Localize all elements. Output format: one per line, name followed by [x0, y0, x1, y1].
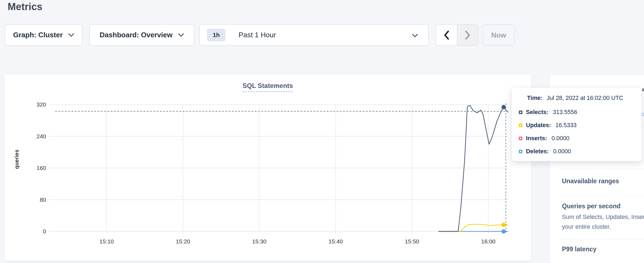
sidebar-item-title: P99 latency	[562, 246, 597, 253]
tooltip-series-value: 313.5556	[553, 109, 577, 116]
series-swatch-icon	[519, 150, 522, 153]
tooltip-series-value: 0.0000	[553, 148, 571, 155]
tooltip-time-value: Jul 28, 2022 at 16:02:00 UTC	[547, 95, 623, 102]
sidebar-item-title: Unavailable ranges	[562, 178, 619, 185]
tooltip-series-label: Inserts:	[526, 135, 547, 142]
series-line-selects	[439, 105, 508, 231]
time-step-buttons	[436, 25, 478, 46]
tooltip-series-row: Deletes:0.0000	[519, 148, 571, 155]
now-button[interactable]: Now	[483, 25, 515, 46]
time-range-badge: 1h	[207, 29, 225, 41]
chevron-down-icon	[178, 33, 184, 37]
sidebar-item-description: Sum of Selects, Updates, Inser	[562, 213, 644, 221]
dashboard-dropdown[interactable]: Dashboard: Overview	[89, 24, 194, 46]
tooltip-series-row: Updates:16.5333	[519, 122, 577, 129]
sidebar-divider	[560, 169, 644, 169]
tooltip-series-row: Inserts:0.0000	[519, 135, 569, 142]
hover-dot-selects	[501, 105, 506, 109]
next-interval-button[interactable]	[457, 25, 478, 45]
tooltip-series-label: Updates:	[526, 122, 551, 129]
tooltip-time-row: Time: Jul 28, 2022 at 16:02:00 UTC	[527, 95, 623, 102]
chevron-down-icon	[412, 34, 418, 37]
series-swatch-icon	[519, 124, 522, 127]
sidebar-divider	[560, 195, 644, 196]
tooltip-series-value: 0.0000	[552, 135, 570, 142]
sql-statements-chart-card: SQL Statements queries 080160240320 15:1…	[4, 74, 531, 261]
time-range-label: Past 1 Hour	[239, 31, 276, 39]
hover-dot-deletes	[501, 229, 506, 234]
graph-dropdown[interactable]: Graph: Cluster	[5, 24, 82, 46]
sidebar-item-description: your entire cluster.	[562, 223, 611, 230]
sidebar-divider	[560, 239, 644, 240]
line-chart-plot[interactable]	[4, 74, 532, 261]
tooltip-series-value: 16.5333	[555, 122, 577, 129]
sidebar-clipped-link	[642, 113, 644, 116]
sidebar-item-title: Queries per second	[562, 203, 621, 210]
sidebar-clipped-text: a	[642, 87, 644, 93]
chevron-left-icon	[444, 30, 450, 40]
graph-dropdown-label: Graph: Cluster	[13, 31, 63, 39]
series-line-updates	[439, 224, 508, 231]
chevron-right-icon	[465, 30, 471, 40]
tooltip-series-label: Selects:	[526, 109, 548, 116]
tooltip-series-label: Deletes:	[526, 148, 549, 155]
now-button-label: Now	[491, 31, 506, 39]
dashboard-dropdown-label: Dashboard: Overview	[100, 31, 172, 39]
chevron-down-icon	[68, 33, 74, 37]
chart-hover-tooltip: Time: Jul 28, 2022 at 16:02:00 UTC Selec…	[511, 87, 642, 161]
time-range-dropdown[interactable]: 1h Past 1 Hour	[199, 24, 429, 46]
page-title: Metrics	[8, 1, 42, 13]
hover-dot-updates	[501, 223, 506, 227]
previous-interval-button[interactable]	[436, 25, 457, 45]
series-swatch-icon	[519, 111, 522, 114]
tooltip-time-label: Time:	[527, 95, 543, 102]
tooltip-series-row: Selects:313.5556	[519, 109, 577, 116]
series-swatch-icon	[519, 137, 522, 140]
